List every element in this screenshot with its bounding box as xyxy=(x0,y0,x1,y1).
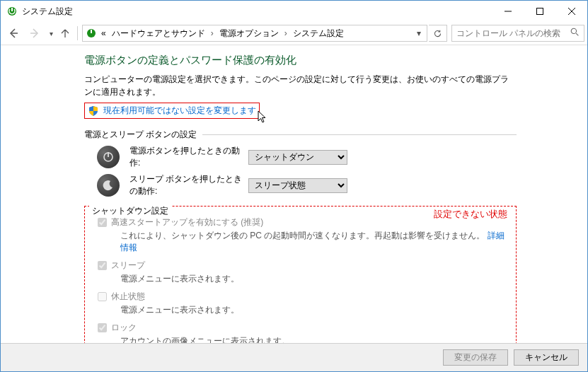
sleep-icon xyxy=(97,174,120,197)
power-button-label: 電源ボタンを押したときの動作: xyxy=(129,145,248,169)
search-box[interactable] xyxy=(451,25,584,42)
fast-startup-label: 高速スタートアップを有効にする (推奨) xyxy=(111,216,263,228)
hibernate-checkbox[interactable] xyxy=(98,292,107,301)
save-button[interactable]: 変更の保存 xyxy=(443,349,508,366)
search-icon[interactable] xyxy=(570,28,580,39)
power-options-icon xyxy=(6,6,18,17)
maximize-button[interactable] xyxy=(524,1,555,22)
footer: 変更の保存 キャンセル xyxy=(1,343,587,371)
minimize-button[interactable] xyxy=(492,1,524,22)
chevron-right-icon[interactable]: › xyxy=(209,28,215,38)
hibernate-item: 休止状態 電源メニューに表示されます。 xyxy=(98,291,509,316)
power-button-combo[interactable]: シャットダウン xyxy=(248,150,347,165)
svg-rect-1 xyxy=(11,8,13,11)
shutdown-heading: シャットダウン設定 xyxy=(89,205,171,217)
svg-rect-9 xyxy=(91,30,92,33)
breadcrumb-item[interactable]: ハードウェアとサウンド xyxy=(110,28,207,40)
sleep-label: スリープ xyxy=(111,260,145,272)
fast-startup-item: 高速スタートアップを有効にする (推奨) これにより、シャットダウン後の PC … xyxy=(98,216,509,254)
uac-shield-icon xyxy=(88,105,99,117)
sleep-desc: 電源メニューに表示されます。 xyxy=(98,273,509,285)
power-options-icon xyxy=(86,28,97,39)
search-input[interactable] xyxy=(455,28,581,39)
change-unavailable-link[interactable]: 現在利用可能ではない設定を変更します xyxy=(103,105,256,117)
breadcrumb-prefix[interactable]: « xyxy=(100,28,108,38)
close-button[interactable] xyxy=(555,1,587,22)
breadcrumb-item[interactable]: システム設定 xyxy=(292,28,345,40)
fast-startup-checkbox[interactable] xyxy=(98,218,107,227)
address-dropdown[interactable]: ▾ xyxy=(414,28,424,38)
disabled-annotation: 設定できない状態 xyxy=(434,208,507,221)
fast-startup-desc: これにより、シャットダウン後の PC の起動時間が速くなります。再起動は影響を受… xyxy=(98,230,509,254)
svg-point-10 xyxy=(571,28,576,33)
sleep-item: スリープ 電源メニューに表示されます。 xyxy=(98,260,509,285)
refresh-button[interactable] xyxy=(429,25,447,42)
cancel-button[interactable]: キャンセル xyxy=(514,349,579,366)
svg-line-11 xyxy=(576,33,578,35)
cursor-icon xyxy=(258,110,269,127)
sleep-button-label: スリープ ボタンを押したときの動作: xyxy=(129,173,248,197)
svg-rect-3 xyxy=(536,8,543,15)
content-area: 電源ボタンの定義とパスワード保護の有効化 コンピューターの電源設定を選択できます… xyxy=(1,45,587,355)
recent-dropdown[interactable]: ▾ xyxy=(46,25,56,42)
change-unavailable-row: 現在利用可能ではない設定を変更します xyxy=(84,103,260,119)
page-description: コンピューターの電源設定を選択できます。このページの設定に対して行う変更は、お使… xyxy=(84,73,517,98)
power-button-row: 電源ボタンを押したときの動作: シャットダウン xyxy=(84,145,517,169)
power-icon xyxy=(97,146,120,168)
window-title: システム設定 xyxy=(22,6,73,18)
address-bar[interactable]: « ハードウェアとサウンド › 電源オプション › システム設定 ▾ xyxy=(82,25,427,42)
chevron-right-icon[interactable]: › xyxy=(283,28,289,38)
lock-checkbox[interactable] xyxy=(98,323,107,332)
hibernate-desc: 電源メニューに表示されます。 xyxy=(98,304,509,316)
sleep-checkbox[interactable] xyxy=(98,261,107,270)
forward-button[interactable] xyxy=(25,25,45,42)
lock-label: ロック xyxy=(111,322,137,334)
back-button[interactable] xyxy=(4,25,23,42)
sleep-button-combo[interactable]: スリープ状態 xyxy=(248,178,347,193)
shutdown-settings-group: シャットダウン設定 設定できない状態 高速スタートアップを有効にする (推奨) … xyxy=(84,206,517,355)
separator xyxy=(77,26,78,40)
breadcrumb-item[interactable]: 電源オプション xyxy=(218,28,280,40)
navbar: ▾ « ハードウェアとサウンド › 電源オプション › システム設定 ▾ xyxy=(1,22,587,45)
page-heading: 電源ボタンの定義とパスワード保護の有効化 xyxy=(84,54,517,67)
up-button[interactable] xyxy=(57,25,73,42)
titlebar: システム設定 xyxy=(1,1,587,22)
buttons-subheading: 電源とスリープ ボタンの設定 xyxy=(84,129,517,141)
hibernate-label: 休止状態 xyxy=(111,291,145,303)
sleep-button-row: スリープ ボタンを押したときの動作: スリープ状態 xyxy=(84,173,517,197)
